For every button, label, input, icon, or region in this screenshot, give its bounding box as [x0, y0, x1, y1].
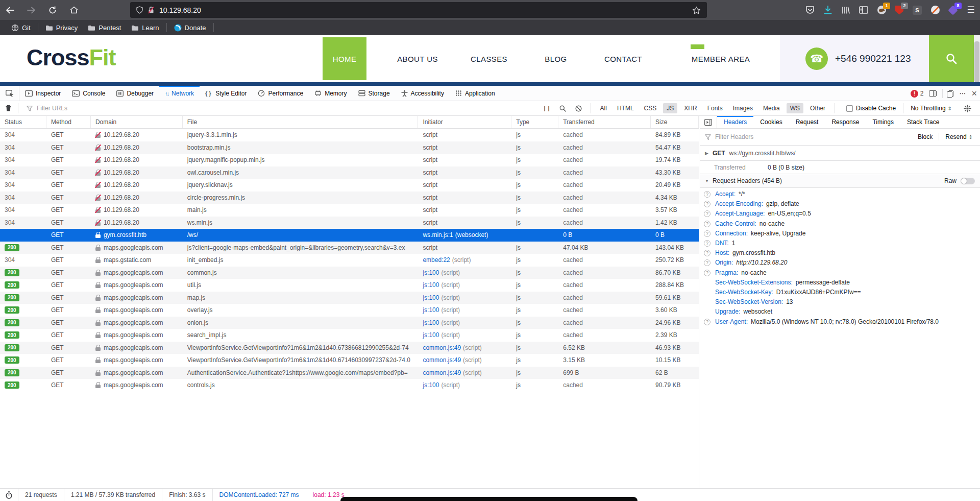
- nav-item-classes[interactable]: CLASSES: [466, 35, 512, 82]
- column-header-size[interactable]: Size: [651, 116, 699, 128]
- nav-item-member-area[interactable]: MEMBER AREA: [690, 35, 752, 82]
- pick-element-button[interactable]: [0, 86, 19, 101]
- url-bar[interactable]: 10.129.68.20: [130, 2, 707, 18]
- reload-button[interactable]: [47, 5, 58, 16]
- devtools-splitter[interactable]: [0, 82, 980, 86]
- column-header-initiator[interactable]: Initiator: [418, 116, 511, 128]
- ublock-icon[interactable]: 2: [894, 5, 904, 15]
- page-scrollbar[interactable]: [974, 35, 980, 82]
- initiator-link[interactable]: ws.min.js:1: [423, 231, 453, 238]
- header-name[interactable]: Host:: [715, 249, 729, 257]
- devtools-tab-accessibility[interactable]: Accessibility: [396, 86, 450, 101]
- table-row[interactable]: 200GETmaps.googleapis.comjs?client=googl…: [0, 242, 699, 254]
- nav-item-contact[interactable]: CONTACT: [599, 35, 648, 82]
- resend-button[interactable]: Resend ⇕: [939, 133, 975, 140]
- help-icon[interactable]: ?: [704, 230, 710, 237]
- details-tab-headers[interactable]: Headers: [717, 116, 753, 128]
- noscript-icon[interactable]: [930, 5, 940, 15]
- initiator-link[interactable]: js:100: [423, 306, 439, 314]
- disable-cache-checkbox[interactable]: Disable Cache: [846, 105, 896, 112]
- header-name[interactable]: DNT:: [715, 240, 729, 247]
- header-name[interactable]: Sec-WebSocket-Key:: [715, 289, 773, 296]
- initiator-link[interactable]: js:100: [423, 281, 439, 289]
- header-name[interactable]: Accept-Encoding:: [715, 200, 763, 208]
- site-search-button[interactable]: [929, 35, 974, 82]
- devtools-tab-debugger[interactable]: Debugger: [111, 86, 159, 101]
- table-row[interactable]: 200GETmaps.googleapis.comAuthenticationS…: [0, 367, 699, 379]
- initiator-link[interactable]: embed:22: [423, 256, 450, 264]
- disclosure-triangle-icon[interactable]: ▶: [705, 151, 708, 156]
- table-row[interactable]: 304GET10.129.68.20jquery.slicknav.jsscri…: [0, 179, 699, 192]
- table-row[interactable]: GETgym.crossfit.htb/ws/ws.min.js:1(webso…: [0, 229, 699, 242]
- header-name[interactable]: Sec-WebSocket-Version:: [715, 298, 783, 306]
- details-tab-stack-trace[interactable]: Stack Trace: [900, 116, 946, 128]
- type-filter-all[interactable]: All: [597, 103, 610, 113]
- block-requests-button[interactable]: [571, 105, 586, 112]
- table-row[interactable]: 304GET10.129.68.20jquery-3.3.1.min.jsscr…: [0, 129, 699, 141]
- details-tab-request[interactable]: Request: [789, 116, 825, 128]
- filter-urls-input[interactable]: Filter URLs: [18, 105, 539, 112]
- filter-headers-input[interactable]: Filter Headers: [705, 133, 912, 140]
- devtools-tab-inspector[interactable]: Inspector: [19, 86, 66, 101]
- table-row[interactable]: 200GETmaps.googleapis.comonion.jsjs:100(…: [0, 317, 699, 329]
- sidebar-icon[interactable]: [859, 5, 869, 15]
- devtools-menu-icon[interactable]: ⋯: [959, 90, 966, 97]
- help-icon[interactable]: ?: [704, 259, 710, 266]
- devtools-tab-storage[interactable]: Storage: [353, 86, 396, 101]
- table-row[interactable]: 200GETmaps.googleapis.comViewportInfoSer…: [0, 354, 699, 367]
- search-requests-button[interactable]: [555, 105, 571, 112]
- foxyproxy-icon[interactable]: 8: [948, 5, 958, 15]
- library-icon[interactable]: [841, 5, 851, 15]
- pause-log-button[interactable]: | |: [539, 105, 554, 111]
- table-row[interactable]: 304GET10.129.68.20jquery.magnific-popup.…: [0, 154, 699, 166]
- type-filter-media[interactable]: Media: [760, 103, 783, 113]
- responsive-design-icon[interactable]: [948, 90, 953, 97]
- extension-icon[interactable]: 1: [876, 5, 887, 15]
- devtools-tab-application[interactable]: Application: [450, 86, 501, 101]
- header-name[interactable]: Connection:: [715, 230, 748, 237]
- table-row[interactable]: 200GETmaps.googleapis.commap.jsjs:100(sc…: [0, 292, 699, 304]
- table-row[interactable]: 200GETmaps.googleapis.comcommon.jsjs:100…: [0, 267, 699, 279]
- table-row[interactable]: 200GETmaps.googleapis.comutil.jsjs:100(s…: [0, 279, 699, 292]
- table-row[interactable]: 304GET10.129.68.20circle-progress.min.js…: [0, 192, 699, 204]
- initiator-link[interactable]: js:100: [423, 331, 439, 339]
- disclosure-triangle-icon[interactable]: ▼: [705, 179, 709, 183]
- initiator-link[interactable]: js:100: [423, 381, 439, 389]
- header-name[interactable]: Cache-Control:: [715, 220, 756, 228]
- bookmark-item-donate[interactable]: Donate: [169, 20, 211, 35]
- help-icon[interactable]: ?: [704, 201, 710, 207]
- back-button[interactable]: [4, 5, 15, 16]
- block-button[interactable]: Block: [912, 133, 939, 140]
- help-icon[interactable]: ?: [704, 270, 710, 276]
- home-button[interactable]: [68, 5, 80, 16]
- table-row[interactable]: 304GET10.129.68.20main.jsscriptjscached3…: [0, 204, 699, 217]
- checkbox-icon[interactable]: [846, 105, 853, 112]
- details-tab-response[interactable]: Response: [825, 116, 866, 128]
- header-name[interactable]: Accept:: [715, 190, 736, 198]
- devtools-tab-performance[interactable]: Performance: [252, 86, 309, 101]
- initiator-link[interactable]: common.js:49: [423, 356, 461, 364]
- details-tab-timings[interactable]: Timings: [866, 116, 900, 128]
- nav-item-home[interactable]: HOME: [323, 37, 366, 80]
- network-settings-gear-icon[interactable]: [959, 105, 976, 112]
- bookmark-item-git[interactable]: Git: [6, 20, 36, 35]
- shodan-icon[interactable]: S: [912, 5, 922, 15]
- type-filter-other[interactable]: Other: [806, 103, 829, 113]
- bookmark-item-learn[interactable]: Learn: [126, 20, 164, 35]
- initiator-link[interactable]: common.js:49: [423, 369, 461, 376]
- header-name[interactable]: Sec-WebSocket-Extensions:: [715, 279, 793, 287]
- initiator-link[interactable]: js:100: [423, 269, 439, 276]
- type-filter-xhr[interactable]: XHR: [680, 103, 700, 113]
- header-name[interactable]: User-Agent:: [715, 318, 748, 326]
- devtools-tab-network[interactable]: ↑↓Network: [159, 86, 200, 101]
- header-name[interactable]: Origin:: [715, 259, 733, 267]
- insecure-lock-icon[interactable]: [148, 6, 154, 14]
- type-filter-fonts[interactable]: Fonts: [704, 103, 726, 113]
- bookmark-item-privacy[interactable]: Privacy: [40, 20, 83, 35]
- domcontentloaded-time[interactable]: DOMContentLoaded: 727 ms: [213, 489, 306, 501]
- header-name[interactable]: Accept-Language:: [715, 210, 765, 218]
- type-filter-ws[interactable]: WS: [787, 103, 803, 113]
- devtools-close-icon[interactable]: ×: [971, 88, 977, 99]
- table-row[interactable]: 200GETmaps.googleapis.comsearch_impl.jsj…: [0, 329, 699, 342]
- help-icon[interactable]: ?: [704, 319, 710, 325]
